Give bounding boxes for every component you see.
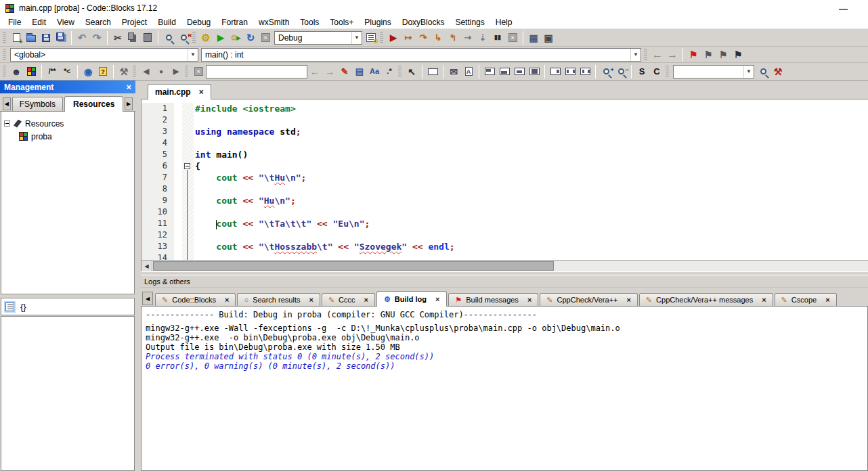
highlight-occurrences-button[interactable]: ✎ <box>337 64 352 79</box>
log-tab-cppcheck-vera-messages[interactable]: ✎CppCheck/Vera++ messages× <box>639 293 773 306</box>
toolbar-grip[interactable] <box>3 32 6 44</box>
break-debugger-button[interactable]: ▮▮ <box>490 30 505 45</box>
toolbar-grip[interactable] <box>380 32 383 44</box>
code-line-text[interactable]: cout << "\tHu\n"; <box>194 172 868 183</box>
code-line-text[interactable]: cout << "Hu\n"; <box>194 195 868 206</box>
next-line-button[interactable]: ↷ <box>416 30 431 45</box>
log-tab-code-blocks[interactable]: ✎Code::Blocks× <box>155 293 236 306</box>
code-line-text[interactable]: cout << "\tHosszabb\t" << "Szovegek" << … <box>194 241 868 252</box>
menu-tools[interactable]: Tools <box>295 16 324 28</box>
wx-sizer-tool[interactable]: ✉ <box>446 64 461 79</box>
wx-zoom-out-button[interactable] <box>613 64 628 79</box>
various-info-button[interactable]: ▣ <box>541 30 556 45</box>
toolbar-grip[interactable] <box>185 66 188 78</box>
management-tabs-scroll-left[interactable]: ◀ <box>3 97 11 110</box>
menu-doxyblocks[interactable]: DoxyBlocks <box>397 16 450 28</box>
menu-project[interactable]: Project <box>116 16 152 28</box>
run-button[interactable]: ▶ <box>213 30 228 45</box>
debug-continue-button[interactable]: ▶ <box>386 30 401 45</box>
undo-button[interactable]: ↶ <box>74 30 89 45</box>
close-icon[interactable]: × <box>225 296 229 304</box>
close-icon[interactable]: × <box>762 296 766 304</box>
doxy-view-chm-button[interactable]: ? <box>95 64 110 79</box>
chevron-down-icon[interactable]: ▼ <box>351 32 362 44</box>
toolbar-grip[interactable] <box>133 66 136 78</box>
log-tab-cscope[interactable]: ✎Cscope× <box>775 293 837 306</box>
doxy-config-button[interactable]: ⚒ <box>116 64 131 79</box>
code-line-text[interactable]: { <box>194 160 868 172</box>
tree-node-proba[interactable]: proba <box>4 130 131 143</box>
paste-button[interactable] <box>140 30 155 45</box>
hscroll-left-arrow[interactable]: ◀ <box>142 261 152 271</box>
function-select[interactable]: main() : int▼ <box>201 48 641 62</box>
wx-align-center-button[interactable] <box>512 64 527 79</box>
toolbar-grip[interactable] <box>3 49 6 61</box>
save-all-button[interactable] <box>53 30 68 45</box>
management-close-icon[interactable]: × <box>126 82 131 92</box>
menu-search[interactable]: Search <box>80 16 116 28</box>
toolbar-grip[interactable] <box>3 66 6 78</box>
build-and-run-button[interactable] <box>228 30 243 45</box>
step-into-button[interactable]: ↳ <box>431 30 446 45</box>
toggle-bookmark-button[interactable]: ⚑ <box>686 47 701 62</box>
abort-build-button[interactable]: × <box>258 30 273 45</box>
save-button[interactable] <box>39 30 53 45</box>
menu-plugins[interactable]: Plugins <box>359 16 396 28</box>
debugging-windows-button[interactable]: ▦ <box>526 30 541 45</box>
fold-collapse-icon[interactable] <box>184 163 190 169</box>
tree-collapse-icon[interactable] <box>4 120 10 127</box>
next-instruction-button[interactable]: ⇢ <box>460 30 475 45</box>
scope-select[interactable]: <global>▼ <box>10 48 198 62</box>
step-into-instruction-button[interactable]: ⇣ <box>475 30 490 45</box>
code-line-text[interactable] <box>194 137 868 149</box>
open-file-button[interactable] <box>24 30 39 45</box>
wx-custom-widget-tool[interactable] <box>425 64 440 79</box>
tab-resources[interactable]: Resources <box>64 96 123 112</box>
compiler-targets-button[interactable] <box>364 30 378 45</box>
minimize-button[interactable]: — <box>839 3 848 14</box>
find-button[interactable] <box>161 30 176 45</box>
code-line-text[interactable]: cout << "\tTa\t\t" << "Eu\n"; <box>194 218 868 229</box>
browse-back-button[interactable]: ← <box>650 47 665 62</box>
menu-wxsmith[interactable]: wxSmith <box>253 16 295 28</box>
symbols-view-icon[interactable] <box>5 302 14 311</box>
jump-home-button[interactable]: ● <box>154 64 169 79</box>
wx-border-right-button[interactable] <box>548 64 563 79</box>
close-icon[interactable]: × <box>435 295 439 303</box>
wx-align-top-button[interactable] <box>482 64 497 79</box>
doxy-extract-button[interactable]: ☻ <box>9 64 24 79</box>
code-line-text[interactable]: using namespace std; <box>194 126 868 137</box>
chevron-down-icon[interactable]: ▼ <box>743 66 754 78</box>
panel-splitter[interactable] <box>135 81 141 471</box>
menu-build[interactable]: Build <box>152 16 181 28</box>
toolbar-grip[interactable] <box>644 49 647 61</box>
replace-button[interactable] <box>176 30 191 45</box>
chevron-down-icon[interactable]: ▼ <box>188 49 198 61</box>
code-line-text[interactable] <box>194 229 868 241</box>
run-to-cursor-button[interactable]: ↦ <box>401 30 416 45</box>
menu-settings[interactable]: Settings <box>450 16 490 28</box>
log-tabs-scroll-left[interactable]: ◀ <box>142 292 153 305</box>
doxy-view-html-button[interactable]: ◉ <box>81 64 95 79</box>
wx-pointer-tool[interactable]: ↖ <box>404 64 419 79</box>
code-line-text[interactable] <box>194 206 868 218</box>
wx-zoom-in-button[interactable] <box>599 64 613 79</box>
log-tab-search-results[interactable]: ○Search results× <box>237 293 320 306</box>
close-icon[interactable]: × <box>825 296 829 304</box>
log-tab-cppcheck-vera-[interactable]: ✎CppCheck/Vera++× <box>540 293 638 306</box>
log-tab-build-log[interactable]: ⚙Build log× <box>376 291 447 307</box>
menu-view[interactable]: View <box>51 16 80 28</box>
match-case-button[interactable]: Aa <box>367 64 382 79</box>
code-editor[interactable]: 1#include <iostream>23using namespace st… <box>141 99 868 260</box>
clear-bookmarks-button[interactable]: ⚑ <box>731 47 745 62</box>
menu-fortran[interactable]: Fortran <box>216 16 253 28</box>
redo-button[interactable]: ↷ <box>89 30 104 45</box>
incsearch-clear-button[interactable]: × <box>191 64 206 79</box>
jump-forward-button[interactable]: ▶ <box>169 64 183 79</box>
hscroll-thumb[interactable] <box>153 261 554 271</box>
thread-search-button[interactable] <box>756 64 771 79</box>
wx-expand-button[interactable] <box>527 64 542 79</box>
menu-file[interactable]: File <box>3 16 26 28</box>
wx-border-lr-button[interactable] <box>563 64 578 79</box>
menu-tools-[interactable]: Tools+ <box>324 16 359 28</box>
